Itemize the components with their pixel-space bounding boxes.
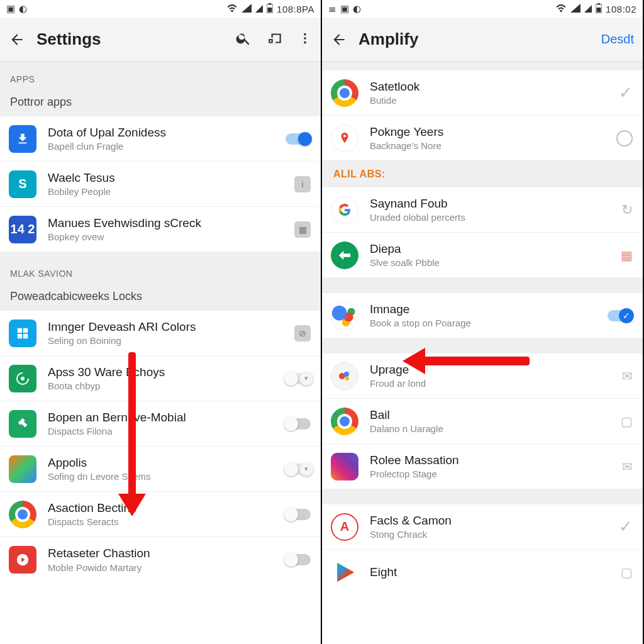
svg-point-6 bbox=[304, 41, 306, 43]
app-icon bbox=[331, 453, 358, 480]
signal-icon bbox=[242, 4, 252, 14]
deny-icon[interactable]: ⊘ bbox=[294, 325, 311, 341]
item-sub: Bobiley People bbox=[48, 186, 283, 197]
item-label: Diepa bbox=[370, 242, 609, 257]
app-icon bbox=[331, 242, 358, 269]
play-icon bbox=[331, 558, 358, 586]
toggle[interactable] bbox=[286, 418, 311, 430]
section-subheader: Poweadcabicweeks Locks bbox=[0, 284, 321, 311]
list-item[interactable]: Bail Dalano n Uaragle ▢ bbox=[322, 399, 643, 444]
cast-icon[interactable] bbox=[267, 30, 283, 49]
calendar-icon[interactable]: ▦ bbox=[621, 248, 633, 263]
list-item[interactable]: Bopen an Bernuve-Mobial Dispacts Filona bbox=[0, 401, 321, 447]
section-header: MLAK SAVION bbox=[0, 252, 321, 284]
app-icon: A bbox=[331, 513, 358, 541]
settings-list[interactable]: APPS Pottror apps Dota of Upal Zonidess … bbox=[0, 62, 321, 644]
google-icon bbox=[331, 196, 358, 224]
wifi-icon bbox=[555, 4, 567, 14]
svg-point-4 bbox=[304, 33, 306, 35]
item-sub: Backnage's Nore bbox=[370, 140, 605, 151]
section-header-highlight: ALIL ABS: bbox=[322, 161, 643, 187]
battery-icon bbox=[596, 3, 602, 15]
app-icon bbox=[9, 546, 36, 574]
cell-icon bbox=[584, 4, 592, 14]
list-item[interactable]: Retaseter Chastion Moble Powido Martary bbox=[0, 537, 321, 582]
list-item[interactable]: Poknge Yeers Backnage's Nore bbox=[322, 116, 643, 161]
status-icon: ▣ bbox=[6, 3, 15, 14]
list-item[interactable]: Imnger Deveash ARI Colors Seling on Boin… bbox=[0, 311, 321, 356]
wifi-icon bbox=[226, 4, 238, 14]
radio[interactable] bbox=[616, 130, 633, 147]
item-sub: Prolectop Stage bbox=[370, 469, 611, 479]
list-item[interactable]: 14 2 Manues Evehwisding sCreck Bopkey ov… bbox=[0, 207, 321, 252]
svg-point-16 bbox=[343, 135, 346, 137]
app-icon: S bbox=[9, 170, 36, 198]
item-label: Bail bbox=[370, 408, 609, 423]
search-icon[interactable] bbox=[235, 30, 252, 49]
divider bbox=[322, 278, 643, 293]
mail-icon[interactable]: ✉ bbox=[622, 459, 633, 474]
box-icon[interactable]: ▢ bbox=[621, 565, 633, 580]
item-label: Satetlook bbox=[370, 80, 608, 94]
item-label: Dota of Upal Zonidess bbox=[48, 126, 274, 140]
amplify-list[interactable]: Satetlook Butide ✓ Poknge Yeers Backnage… bbox=[322, 62, 643, 644]
chrome-icon bbox=[331, 79, 358, 107]
status-icon: ≣ bbox=[328, 3, 336, 14]
item-sub: Uraded olobal percerts bbox=[370, 212, 610, 223]
app-icon bbox=[9, 125, 36, 153]
refresh-icon[interactable]: ↻ bbox=[621, 202, 633, 218]
back-button[interactable] bbox=[331, 31, 347, 48]
right-phone: ≣ ▣ ◐ 108:02 Amplify Desdt bbox=[322, 0, 644, 644]
toggle[interactable] bbox=[286, 554, 311, 565]
svg-point-19 bbox=[345, 377, 349, 380]
list-item[interactable]: Diepa Slve soalk Pbble ▦ bbox=[322, 233, 643, 278]
toggle[interactable]: ▾ bbox=[286, 373, 311, 384]
item-sub: Dalano n Uaragle bbox=[370, 423, 609, 434]
list-item[interactable]: Saynand Foub Uraded olobal percerts ↻ bbox=[322, 187, 643, 233]
action-button[interactable]: Desdt bbox=[601, 32, 634, 47]
toggle[interactable] bbox=[286, 133, 311, 145]
maps-icon bbox=[331, 125, 358, 152]
toggle[interactable] bbox=[286, 509, 311, 520]
status-bar: ▣ ◐ 108:8PA bbox=[0, 0, 321, 18]
item-label: Imnger Deveash ARI Colors bbox=[48, 320, 283, 335]
box-icon[interactable]: ▢ bbox=[621, 414, 633, 429]
list-item[interactable]: A Facls & Camon Stong Chrack ✓ bbox=[322, 504, 643, 550]
item-label: Bopen an Bernuve-Mobial bbox=[48, 411, 274, 425]
list-item[interactable]: Asaction Bectine Dispacts Seracts bbox=[0, 492, 321, 537]
list-item[interactable]: Satetlook Butide ✓ bbox=[322, 70, 643, 116]
svg-rect-8 bbox=[23, 328, 28, 332]
item-sub: Book a stop on Poarage bbox=[370, 318, 596, 328]
mail-icon[interactable]: ✉ bbox=[622, 369, 633, 384]
list-item[interactable]: Imnage Book a stop on Poarage ✓ bbox=[322, 293, 643, 338]
list-item[interactable]: Appolis Sofing dn Levore Syems ▾ bbox=[0, 447, 321, 492]
list-item[interactable]: Rolee Massation Prolectop Stage ✉ bbox=[322, 444, 643, 489]
toggle-on[interactable]: ✓ bbox=[608, 310, 633, 321]
app-icon bbox=[9, 365, 36, 392]
item-label: Appolis bbox=[48, 456, 274, 470]
list-item[interactable]: Uprage Froud ar lond ✉ bbox=[322, 353, 643, 399]
item-label: Eight bbox=[370, 565, 609, 580]
app-bar: Settings bbox=[0, 18, 321, 62]
app-icon: 14 2 bbox=[9, 216, 36, 243]
grid-icon[interactable]: ▦ bbox=[294, 221, 311, 238]
item-sub: Bapell clun Fragle bbox=[48, 141, 274, 152]
list-item[interactable]: Eight ▢ bbox=[322, 550, 643, 595]
item-sub: Dispacts Seracts bbox=[48, 516, 274, 527]
list-item[interactable]: Dota of Upal Zonidess Bapell clun Fragle bbox=[0, 116, 321, 162]
back-button[interactable] bbox=[9, 31, 25, 48]
svg-rect-7 bbox=[18, 328, 22, 332]
svg-rect-14 bbox=[597, 3, 600, 4]
item-sub: Boota chbyp bbox=[48, 380, 274, 391]
left-phone: ▣ ◐ 108:8PA Settings bbox=[0, 0, 322, 644]
item-sub: Froud ar lond bbox=[370, 378, 611, 389]
item-sub: Moble Powido Martary bbox=[48, 562, 274, 573]
info-icon[interactable]: i bbox=[294, 176, 311, 192]
assistant-icon bbox=[331, 302, 358, 330]
status-icon: ◐ bbox=[19, 3, 27, 14]
list-item[interactable]: Apss 30 Ware Bchoys Boota chbyp ▾ bbox=[0, 356, 321, 401]
list-item[interactable]: S Waelc Tesus Bobiley People i bbox=[0, 162, 321, 207]
toggle[interactable]: ▾ bbox=[286, 464, 311, 475]
svg-rect-1 bbox=[269, 3, 271, 4]
overflow-icon[interactable] bbox=[298, 30, 312, 49]
